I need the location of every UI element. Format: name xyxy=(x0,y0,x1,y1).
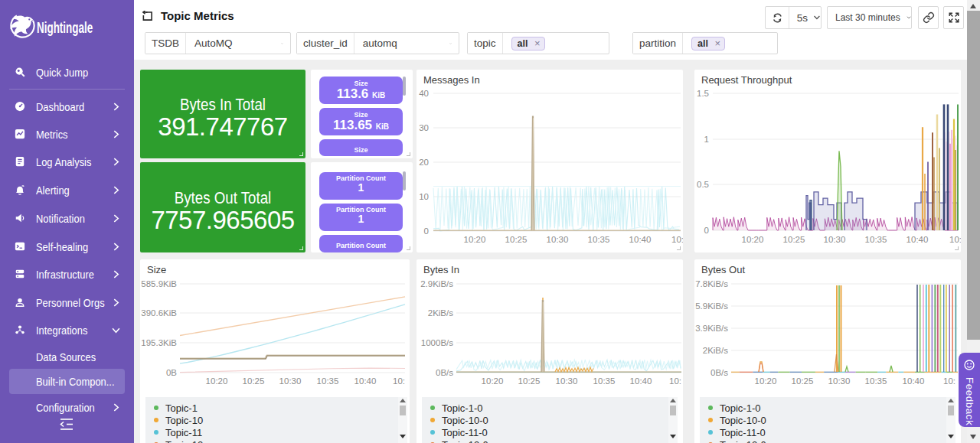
svg-text:10:: 10: xyxy=(393,376,405,386)
svg-text:390.6KiB: 390.6KiB xyxy=(141,308,177,318)
svg-text:10:30: 10:30 xyxy=(547,235,569,244)
svg-text:10:40: 10:40 xyxy=(354,376,377,386)
svg-text:1000B/s: 1000B/s xyxy=(421,338,453,347)
svg-text:10:35: 10:35 xyxy=(865,235,887,244)
svg-text:0B: 0B xyxy=(166,368,177,377)
svg-text:10:35: 10:35 xyxy=(317,376,339,386)
svg-text:30: 30 xyxy=(419,123,429,132)
svg-text:10:30: 10:30 xyxy=(828,376,851,386)
svg-text:0.5: 0.5 xyxy=(697,180,709,189)
svg-text:2KiB/s: 2KiB/s xyxy=(703,346,728,355)
svg-text:10:20: 10:20 xyxy=(755,376,777,386)
svg-text:10:20: 10:20 xyxy=(206,376,228,386)
svg-text:10:30: 10:30 xyxy=(824,235,846,244)
svg-text:10:35: 10:35 xyxy=(593,376,616,386)
svg-text:0: 0 xyxy=(704,226,709,235)
svg-text:10:25: 10:25 xyxy=(792,376,814,386)
svg-text:10: 10 xyxy=(419,192,429,201)
svg-text:195.3KiB: 195.3KiB xyxy=(141,338,177,347)
svg-text:20: 20 xyxy=(419,158,429,167)
svg-text:10:40: 10:40 xyxy=(903,376,925,386)
svg-text:10:40: 10:40 xyxy=(630,376,652,386)
svg-text:10:35: 10:35 xyxy=(865,376,887,386)
svg-text:10:: 10: xyxy=(943,376,956,386)
svg-text:10:: 10: xyxy=(949,235,961,244)
svg-text:10:20: 10:20 xyxy=(464,235,486,244)
svg-text:10:25: 10:25 xyxy=(518,376,541,386)
svg-text:2KiB/s: 2KiB/s xyxy=(428,308,453,318)
svg-text:0B/s: 0B/s xyxy=(710,368,728,377)
svg-text:2.9KiB/s: 2.9KiB/s xyxy=(420,279,453,288)
svg-text:0: 0 xyxy=(424,226,429,236)
svg-text:7.8KiB/s: 7.8KiB/s xyxy=(695,279,728,288)
svg-text:10:25: 10:25 xyxy=(243,376,265,386)
svg-text:10:35: 10:35 xyxy=(588,235,610,244)
svg-text:10:20: 10:20 xyxy=(742,235,764,244)
svg-text:0B/s: 0B/s xyxy=(436,368,453,377)
svg-text:10:30: 10:30 xyxy=(556,376,578,386)
svg-text:10:25: 10:25 xyxy=(783,235,805,244)
svg-text:10:30: 10:30 xyxy=(279,376,302,386)
svg-text:10:25: 10:25 xyxy=(505,235,528,244)
svg-text:10:: 10: xyxy=(671,235,683,244)
svg-text:1: 1 xyxy=(704,135,709,144)
svg-text:10:: 10: xyxy=(669,376,681,386)
svg-text:5.9KiB/s: 5.9KiB/s xyxy=(695,301,728,311)
svg-text:3.9KiB/s: 3.9KiB/s xyxy=(695,324,728,333)
svg-text:40: 40 xyxy=(419,89,429,98)
svg-text:10:20: 10:20 xyxy=(482,376,504,386)
svg-text:1.5: 1.5 xyxy=(697,89,709,98)
svg-text:10:40: 10:40 xyxy=(629,235,652,244)
svg-text:10:40: 10:40 xyxy=(906,235,929,244)
svg-text:585.9KiB: 585.9KiB xyxy=(141,279,177,288)
